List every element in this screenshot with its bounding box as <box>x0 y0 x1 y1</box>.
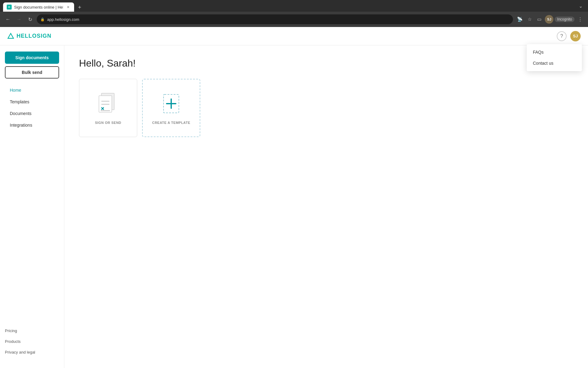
main-content: Sign documents Bulk send Home Templates … <box>0 45 588 368</box>
toolbar-actions: 📡 ☆ ▭ SJ Incognito ⋮ <box>515 15 584 24</box>
tab-title: Sign documents online | Hello <box>14 5 63 10</box>
sidebar-item-integrations[interactable]: Integrations <box>5 120 59 131</box>
sidebar-bottom: Pricing Products Privacy and legal <box>0 326 64 362</box>
create-template-card[interactable]: CREATE A TEMPLATE <box>142 79 200 137</box>
sidebar-item-templates[interactable]: Templates <box>5 96 59 107</box>
new-tab-button[interactable]: + <box>75 3 84 12</box>
chrome-menu-button[interactable]: ⋮ <box>576 15 584 24</box>
create-template-icon <box>159 91 183 116</box>
help-dropdown-contact[interactable]: Contact us <box>527 58 582 69</box>
sidebar-toggle-button[interactable]: ▭ <box>535 15 544 24</box>
sign-or-send-card[interactable]: SIGN OR SEND <box>79 79 137 137</box>
logo-text: HELLOSIGN <box>17 33 51 39</box>
help-dropdown-faqs[interactable]: FAQs <box>527 47 582 58</box>
logo-icon <box>7 33 14 40</box>
app-header: HELLOSIGN ? SJ FAQs Contact us <box>0 27 588 45</box>
create-template-label: CREATE A TEMPLATE <box>152 121 190 125</box>
sign-or-send-icon <box>96 91 120 116</box>
cast-icon[interactable]: 📡 <box>515 15 524 24</box>
sidebar-privacy-legal[interactable]: Privacy and legal <box>5 347 59 357</box>
action-cards: SIGN OR SEND CREATE A TEMPLATE <box>79 79 573 137</box>
lock-icon: 🔒 <box>40 17 45 21</box>
back-button[interactable]: ← <box>4 15 12 24</box>
sign-documents-button[interactable]: Sign documents <box>5 52 59 64</box>
help-dropdown: FAQs Contact us <box>527 44 582 71</box>
tab-favicon: H <box>7 5 12 10</box>
browser-tab-active[interactable]: H Sign documents online | Hello ✕ <box>3 2 74 12</box>
sidebar-item-home[interactable]: Home <box>5 85 59 96</box>
sidebar-pricing[interactable]: Pricing <box>5 326 59 335</box>
bookmark-icon[interactable]: ☆ <box>525 15 534 24</box>
sign-or-send-label: SIGN OR SEND <box>95 121 121 125</box>
tab-close-button[interactable]: ✕ <box>66 5 70 10</box>
bulk-send-button[interactable]: Bulk send <box>5 66 59 79</box>
sidebar-item-documents[interactable]: Documents <box>5 108 59 119</box>
app-container: HELLOSIGN ? SJ FAQs Contact us Sign docu… <box>0 27 588 368</box>
page-content: Hello, Sarah! <box>64 45 588 368</box>
url-text: app.hellosign.com <box>47 17 79 22</box>
reload-button[interactable]: ↻ <box>26 15 34 24</box>
address-bar[interactable]: 🔒 app.hellosign.com <box>37 14 513 24</box>
sidebar-top: Sign documents Bulk send Home Templates … <box>0 52 64 131</box>
sidebar: Sign documents Bulk send Home Templates … <box>0 45 64 368</box>
sidebar-nav: Home Templates Documents Integrations <box>5 85 59 131</box>
header-right: ? SJ <box>557 31 581 41</box>
sidebar-products[interactable]: Products <box>5 337 59 346</box>
forward-button[interactable]: → <box>15 15 23 24</box>
browser-chrome: H Sign documents online | Hello ✕ + ⌄ ← … <box>0 0 588 27</box>
help-button[interactable]: ? <box>557 31 567 41</box>
incognito-badge: Incognito <box>555 17 575 22</box>
browser-tabs: H Sign documents online | Hello ✕ + ⌄ <box>0 0 588 12</box>
user-avatar[interactable]: SJ <box>570 31 581 41</box>
browser-profile-icon[interactable]: SJ <box>545 15 553 24</box>
browser-toolbar: ← → ↻ 🔒 app.hellosign.com 📡 ☆ ▭ SJ Incog… <box>0 12 588 27</box>
page-greeting: Hello, Sarah! <box>79 58 573 69</box>
app-logo: HELLOSIGN <box>7 33 51 40</box>
chrome-expand-button[interactable]: ⌄ <box>576 2 585 10</box>
svg-marker-0 <box>8 33 13 38</box>
